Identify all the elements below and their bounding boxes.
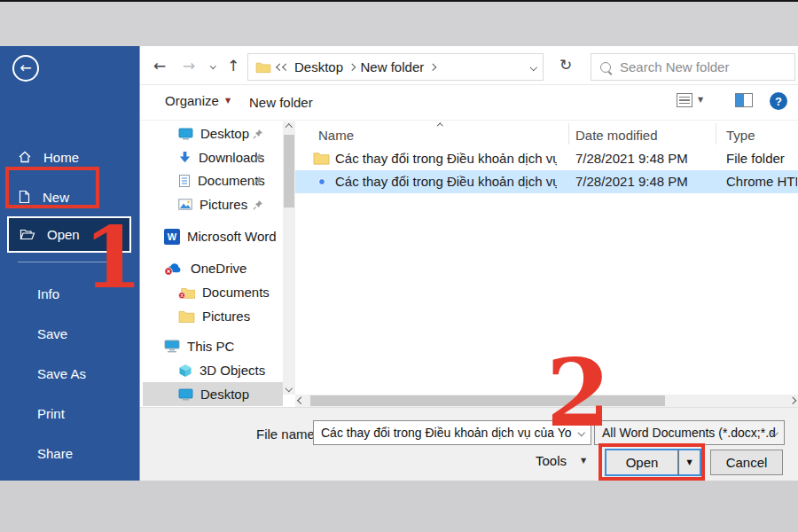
home-icon xyxy=(18,150,32,164)
sidebar-item-label: Save As xyxy=(37,366,86,381)
list-view-icon xyxy=(677,93,692,107)
breadcrumb-separator-icon xyxy=(429,64,436,71)
window-bottom-chrome xyxy=(0,481,798,532)
sidebar-item-share[interactable]: Share xyxy=(0,440,139,466)
sidebar-item-save-as[interactable]: Save As xyxy=(0,360,139,387)
tree-item-documents-quick[interactable]: Documents xyxy=(143,168,283,192)
file-name-label: File name: xyxy=(256,426,318,442)
file-name: Các thay đổi trong Điều khoản dịch vụ c.… xyxy=(335,174,557,189)
desktop-icon xyxy=(178,128,193,140)
sidebar-item-print[interactable]: Print xyxy=(0,400,139,426)
annotation-box-step2 xyxy=(598,443,705,481)
refresh-icon[interactable]: ↻ xyxy=(559,58,572,73)
file-name: Các thay đổi trong Điều khoản dịch vụ c.… xyxy=(335,151,557,166)
collapsed-path-icon[interactable] xyxy=(278,65,288,70)
new-folder-button[interactable]: New folder xyxy=(249,95,313,111)
divider xyxy=(140,120,798,121)
column-header-name[interactable]: Name xyxy=(318,128,354,143)
annotation-number-1: 1 xyxy=(83,215,143,301)
scrollbar-thumb[interactable] xyxy=(284,135,294,207)
tree-item-label: Microsoft Word xyxy=(187,229,277,244)
breadcrumb-desktop[interactable]: Desktop xyxy=(294,59,343,74)
folder-icon xyxy=(178,309,195,323)
folder-error-icon xyxy=(178,286,195,300)
documents-icon xyxy=(178,174,191,188)
tree-item-desktop-quick[interactable]: Desktop xyxy=(143,121,283,145)
onedrive-icon xyxy=(164,262,184,276)
tree-item-3d-objects[interactable]: 3D Objects xyxy=(143,358,283,382)
file-date: 7/28/2021 9:48 PM xyxy=(575,174,688,189)
view-options-button[interactable]: ▼ xyxy=(677,93,703,107)
file-type: Chrome HTML Document xyxy=(726,174,797,189)
3d-objects-icon xyxy=(178,364,192,378)
pin-icon xyxy=(253,153,263,163)
sidebar-item-label: Home xyxy=(43,150,79,165)
sidebar-item-label: Info xyxy=(37,286,59,301)
desktop-icon xyxy=(178,388,193,401)
scroll-up-icon[interactable] xyxy=(283,121,295,134)
scroll-down-icon[interactable] xyxy=(283,382,295,395)
tree-item-downloads[interactable]: Downloads xyxy=(143,145,283,169)
search-placeholder: Search New folder xyxy=(620,59,729,74)
help-icon[interactable]: ? xyxy=(770,92,787,110)
breadcrumb-separator-icon xyxy=(348,64,356,71)
sidebar-item-label: Print xyxy=(37,406,65,421)
sort-ascending-icon xyxy=(437,123,442,129)
tools-button[interactable]: Tools ▼ xyxy=(536,453,586,468)
scroll-right-icon[interactable] xyxy=(786,395,798,407)
this-pc-icon xyxy=(164,340,180,353)
sidebar-item-save[interactable]: Save xyxy=(0,320,139,347)
tree-item-this-pc[interactable]: This PC xyxy=(143,334,283,358)
tree-item-pictures-quick[interactable]: Pictures xyxy=(143,192,283,216)
address-dropdown-icon[interactable] xyxy=(529,64,536,71)
search-input[interactable]: Search New folder xyxy=(591,53,795,81)
column-divider[interactable] xyxy=(568,123,569,145)
cancel-button[interactable]: Cancel xyxy=(710,450,783,475)
organize-label: Organize xyxy=(165,93,219,108)
nav-recent-dropdown-icon[interactable] xyxy=(210,63,215,68)
scroll-left-icon[interactable] xyxy=(295,395,308,407)
tree-item-microsoft-word[interactable]: W Microsoft Word xyxy=(143,224,283,248)
preview-pane-icon[interactable] xyxy=(735,93,753,107)
nav-up-icon[interactable]: ↑ xyxy=(227,59,239,74)
tree-item-label: Documents xyxy=(202,285,270,300)
tree-item-label: OneDrive xyxy=(191,261,246,276)
cancel-button-label: Cancel xyxy=(726,455,768,470)
address-bar[interactable]: Desktop New folder xyxy=(247,53,544,81)
view-dropdown-icon: ▼ xyxy=(698,97,703,104)
tree-item-label: 3D Objects xyxy=(200,363,265,378)
folder-icon xyxy=(313,151,330,165)
back-button[interactable]: ← xyxy=(12,55,39,82)
nav-forward-icon[interactable]: → xyxy=(183,59,195,74)
tree-item-documents-onedrive[interactable]: Documents xyxy=(143,280,283,304)
tree-item-desktop-thispc[interactable]: Desktop xyxy=(143,382,283,406)
annotation-box-step1 xyxy=(5,167,99,208)
file-row-folder[interactable]: Các thay đổi trong Điều khoản dịch vụ c.… xyxy=(295,147,798,170)
column-header-date[interactable]: Date modified xyxy=(575,128,658,143)
breadcrumb-new-folder[interactable]: New folder xyxy=(361,59,425,74)
file-name-value: Các thay đổi trong Điều khoản dịch vụ củ… xyxy=(321,426,572,440)
nav-back-icon[interactable]: ← xyxy=(153,59,166,74)
file-type-select[interactable]: All Word Documents (*.docx;*.d xyxy=(594,420,785,445)
sidebar-item-label: Save xyxy=(37,326,67,341)
sidebar-item-label: Open xyxy=(47,227,80,242)
new-folder-label: New folder xyxy=(249,95,313,110)
downloads-icon xyxy=(178,151,192,164)
pin-icon xyxy=(253,129,263,139)
organize-button[interactable]: Organize ▼ xyxy=(165,93,231,108)
tree-scrollbar[interactable] xyxy=(283,121,295,395)
search-icon xyxy=(600,62,611,73)
open-folder-icon xyxy=(20,228,35,241)
column-divider[interactable] xyxy=(716,123,716,145)
column-header-type[interactable]: Type xyxy=(726,128,755,143)
folder-icon xyxy=(255,61,271,74)
tree-item-pictures-onedrive[interactable]: Pictures xyxy=(143,304,283,328)
tree-item-onedrive[interactable]: OneDrive xyxy=(143,256,283,280)
file-row-selected[interactable]: Các thay đổi trong Điều khoản dịch vụ c.… xyxy=(295,170,798,193)
file-type-value: All Word Documents (*.docx;*.d xyxy=(602,426,776,440)
file-type: File folder xyxy=(726,151,785,166)
scrollbar-thumb[interactable] xyxy=(310,395,665,406)
annotation-number-2: 2 xyxy=(546,348,610,440)
divider xyxy=(140,84,798,85)
tree-item-label: This PC xyxy=(187,339,234,354)
